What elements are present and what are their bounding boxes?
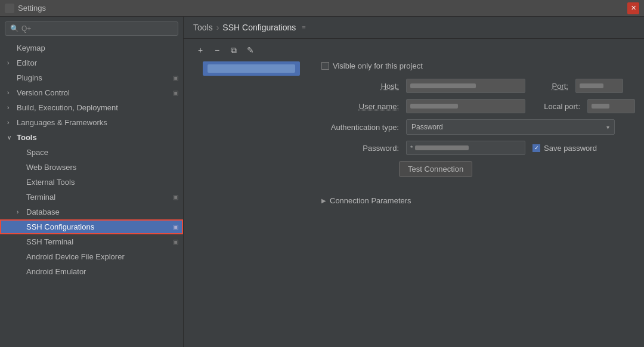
- chevron-icon: ›: [7, 119, 14, 126]
- sidebar-item-label: Version Control: [17, 88, 70, 97]
- breadcrumb-parent: Tools: [193, 23, 213, 32]
- host-label: Host:: [321, 82, 399, 91]
- chevron-icon: ›: [17, 209, 24, 215]
- username-input[interactable]: [406, 99, 525, 113]
- close-button[interactable]: ✕: [627, 2, 639, 14]
- add-button[interactable]: +: [193, 44, 208, 57]
- sidebar-item-languages[interactable]: › Languages & Frameworks: [0, 115, 183, 130]
- sidebar-item-label: Database: [26, 207, 60, 216]
- config-entry-text: [208, 64, 295, 73]
- sidebar: 🔍 Q+ Keymap › Editor Plugins ▣ › Version…: [0, 17, 184, 347]
- chevron-icon: ›: [7, 60, 14, 66]
- sidebar-item-terminal[interactable]: Terminal ▣: [0, 190, 183, 205]
- visible-project-row: Visible only for this project: [321, 61, 635, 70]
- search-placeholder: Q+: [21, 24, 31, 33]
- sidebar-item-ssh-configurations[interactable]: SSH Configurations ▣: [0, 219, 183, 234]
- breadcrumb-current: SSH Configurations: [222, 23, 296, 32]
- save-password-label: Save password: [544, 144, 597, 153]
- sidebar-item-ssh-terminal[interactable]: SSH Terminal ▣: [0, 234, 183, 249]
- local-port-label: Local port:: [532, 102, 580, 111]
- sidebar-item-editor[interactable]: › Editor: [0, 55, 183, 70]
- sidebar-item-label: Space: [26, 148, 48, 157]
- sidebar-item-label: Android Device File Explorer: [26, 252, 125, 261]
- settings-icon: ▣: [173, 224, 178, 230]
- auth-type-label: Authentication type:: [321, 123, 399, 132]
- username-localport-row: User name: Local port:: [321, 99, 635, 113]
- connection-params-section[interactable]: ▶ Connection Parameters: [321, 193, 635, 209]
- password-input[interactable]: *: [406, 141, 525, 155]
- title-bar: Settings ✕: [0, 0, 644, 17]
- sidebar-item-external-tools[interactable]: External Tools: [0, 175, 183, 190]
- sidebar-item-android-device[interactable]: Android Device File Explorer: [0, 249, 183, 264]
- visible-project-label: Visible only for this project: [333, 61, 423, 70]
- sidebar-item-version-control[interactable]: › Version Control ▣: [0, 85, 183, 100]
- auth-type-select[interactable]: Password ▾: [406, 119, 615, 135]
- settings-icon: ▣: [173, 89, 178, 96]
- sidebar-item-database[interactable]: › Database: [0, 205, 183, 219]
- content-area: Tools › SSH Configurations ≡ + − ⧉ ✎: [184, 17, 644, 347]
- main-layout: 🔍 Q+ Keymap › Editor Plugins ▣ › Version…: [0, 17, 644, 347]
- dropdown-arrow-icon: ▾: [606, 124, 609, 131]
- password-label: Password:: [321, 144, 399, 153]
- sidebar-item-label: Build, Execution, Deployment: [17, 103, 118, 112]
- sidebar-item-label: Plugins: [17, 73, 42, 82]
- save-password-group: ✓ Save password: [532, 144, 597, 153]
- username-label: User name:: [321, 102, 399, 111]
- host-input[interactable]: [406, 79, 525, 93]
- save-password-checkbox[interactable]: ✓: [532, 144, 540, 152]
- host-port-row: Host: Port:: [321, 79, 635, 93]
- sidebar-item-label: SSH Configurations: [26, 222, 94, 231]
- chevron-icon: ›: [7, 104, 14, 111]
- chevron-icon: ∨: [7, 134, 14, 141]
- password-row: Password: * ✓ Save password: [321, 141, 635, 155]
- copy-button[interactable]: ⧉: [227, 44, 241, 57]
- sidebar-item-web-browsers[interactable]: Web Browsers: [0, 160, 183, 175]
- sidebar-item-label: Terminal: [26, 193, 55, 202]
- sidebar-item-label: Android Emulator: [26, 267, 86, 276]
- edit-button[interactable]: ✎: [243, 44, 258, 57]
- title-bar-title: Settings: [18, 4, 46, 13]
- settings-icon: ▣: [173, 238, 178, 245]
- form-panel: Visible only for this project Host: Port…: [321, 61, 635, 209]
- breadcrumb: Tools › SSH Configurations ≡: [184, 17, 644, 39]
- sidebar-item-tools[interactable]: ∨ Tools: [0, 130, 183, 145]
- search-icon: 🔍: [10, 24, 19, 33]
- chevron-icon: ›: [7, 89, 14, 96]
- sidebar-item-android-emulator[interactable]: Android Emulator: [0, 264, 183, 279]
- test-connection-button[interactable]: Test Connection: [399, 161, 472, 177]
- sidebar-item-label: Web Browsers: [26, 163, 76, 172]
- settings-icon: ▣: [173, 194, 178, 200]
- auth-type-row: Authentication type: Password ▾: [321, 119, 635, 135]
- port-label: Port:: [532, 82, 568, 91]
- sidebar-item-label: Keymap: [17, 44, 45, 52]
- settings-icon: ▣: [173, 75, 178, 81]
- port-input[interactable]: [575, 79, 623, 93]
- app-icon: [5, 4, 14, 13]
- sidebar-item-plugins[interactable]: Plugins ▣: [0, 70, 183, 85]
- breadcrumb-icon: ≡: [302, 24, 305, 31]
- local-port-input[interactable]: [587, 99, 635, 113]
- sidebar-item-label: Editor: [17, 58, 37, 67]
- sidebar-item-space[interactable]: Space: [0, 145, 183, 160]
- breadcrumb-separator: ›: [216, 23, 219, 32]
- sidebar-item-label: External Tools: [26, 178, 75, 187]
- sidebar-item-build-execution[interactable]: › Build, Execution, Deployment: [0, 100, 183, 115]
- auth-type-value: Password: [411, 123, 443, 131]
- sidebar-item-label: Tools: [17, 133, 37, 142]
- search-box[interactable]: 🔍 Q+: [5, 21, 178, 36]
- sidebar-item-label: Languages & Frameworks: [17, 118, 107, 127]
- config-entry[interactable]: [203, 61, 300, 76]
- remove-button[interactable]: −: [210, 44, 224, 57]
- sidebar-item-keymap[interactable]: Keymap: [0, 41, 183, 55]
- sidebar-item-label: SSH Terminal: [26, 237, 73, 246]
- visible-project-checkbox[interactable]: [321, 62, 329, 70]
- expand-icon: ▶: [321, 197, 326, 204]
- connection-params-label: Connection Parameters: [330, 196, 411, 205]
- toolbar: + − ⧉ ✎: [184, 39, 644, 61]
